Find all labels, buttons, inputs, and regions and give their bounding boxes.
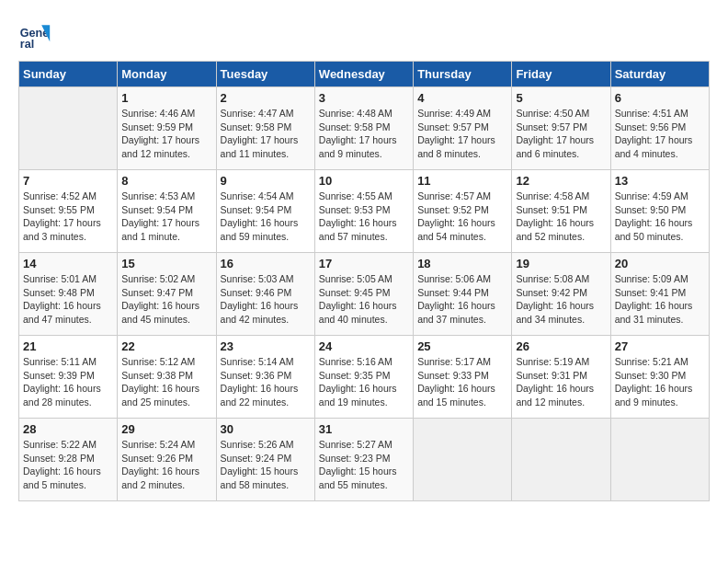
day-info: Sunrise: 5:03 AM Sunset: 9:46 PM Dayligh… (221, 272, 311, 327)
week-row-2: 7Sunrise: 4:52 AM Sunset: 9:55 PM Daylig… (19, 170, 710, 253)
day-number: 6 (615, 91, 705, 105)
day-info: Sunrise: 4:46 AM Sunset: 9:59 PM Dayligh… (121, 107, 211, 161)
calendar-cell (19, 87, 118, 170)
calendar-cell: 7Sunrise: 4:52 AM Sunset: 9:55 PM Daylig… (19, 170, 118, 253)
day-number: 7 (23, 174, 113, 188)
day-info: Sunrise: 4:51 AM Sunset: 9:56 PM Dayligh… (615, 107, 705, 161)
weekday-header-wednesday: Wednesday (314, 62, 413, 87)
calendar-cell: 14Sunrise: 5:01 AM Sunset: 9:48 PM Dayli… (19, 253, 118, 336)
weekday-header-thursday: Thursday (414, 62, 512, 87)
weekday-header-saturday: Saturday (610, 62, 709, 87)
day-info: Sunrise: 5:22 AM Sunset: 9:28 PM Dayligh… (23, 438, 113, 492)
calendar-cell: 22Sunrise: 5:12 AM Sunset: 9:38 PM Dayli… (118, 336, 216, 419)
day-info: Sunrise: 4:58 AM Sunset: 9:51 PM Dayligh… (516, 190, 606, 244)
day-number: 9 (221, 174, 311, 188)
calendar-cell (610, 419, 709, 501)
day-number: 1 (121, 91, 211, 105)
day-info: Sunrise: 5:06 AM Sunset: 9:44 PM Dayligh… (417, 272, 507, 327)
day-number: 31 (319, 422, 409, 436)
day-info: Sunrise: 5:17 AM Sunset: 9:33 PM Dayligh… (417, 355, 507, 409)
calendar-cell: 5Sunrise: 4:50 AM Sunset: 9:57 PM Daylig… (512, 87, 610, 170)
page-header: Gene ral (18, 18, 710, 52)
calendar-cell: 15Sunrise: 5:02 AM Sunset: 9:47 PM Dayli… (118, 253, 216, 336)
day-number: 20 (615, 257, 705, 270)
day-info: Sunrise: 4:52 AM Sunset: 9:55 PM Dayligh… (23, 190, 113, 244)
day-number: 24 (319, 339, 409, 353)
day-number: 4 (417, 91, 507, 105)
day-info: Sunrise: 5:09 AM Sunset: 9:41 PM Dayligh… (615, 272, 705, 327)
day-number: 25 (417, 339, 507, 353)
day-info: Sunrise: 5:02 AM Sunset: 9:47 PM Dayligh… (121, 272, 211, 327)
day-info: Sunrise: 5:24 AM Sunset: 9:26 PM Dayligh… (121, 438, 211, 492)
calendar-cell: 11Sunrise: 4:57 AM Sunset: 9:52 PM Dayli… (414, 170, 512, 253)
day-info: Sunrise: 5:16 AM Sunset: 9:35 PM Dayligh… (319, 355, 409, 409)
day-info: Sunrise: 5:14 AM Sunset: 9:36 PM Dayligh… (221, 355, 311, 409)
day-number: 12 (516, 174, 606, 188)
day-number: 29 (121, 422, 211, 436)
calendar-cell: 28Sunrise: 5:22 AM Sunset: 9:28 PM Dayli… (19, 419, 118, 501)
day-info: Sunrise: 5:05 AM Sunset: 9:45 PM Dayligh… (319, 272, 409, 327)
day-number: 28 (23, 422, 113, 436)
calendar-cell: 27Sunrise: 5:21 AM Sunset: 9:30 PM Dayli… (610, 336, 709, 419)
day-info: Sunrise: 5:01 AM Sunset: 9:48 PM Dayligh… (23, 272, 113, 327)
week-row-5: 28Sunrise: 5:22 AM Sunset: 9:28 PM Dayli… (19, 419, 710, 501)
logo: Gene ral (18, 18, 55, 52)
day-info: Sunrise: 4:54 AM Sunset: 9:54 PM Dayligh… (221, 190, 311, 244)
calendar-cell: 26Sunrise: 5:19 AM Sunset: 9:31 PM Dayli… (512, 336, 610, 419)
calendar-cell: 4Sunrise: 4:49 AM Sunset: 9:57 PM Daylig… (414, 87, 512, 170)
day-number: 15 (121, 257, 211, 270)
day-number: 2 (221, 91, 311, 105)
calendar-cell: 6Sunrise: 4:51 AM Sunset: 9:56 PM Daylig… (610, 87, 709, 170)
day-info: Sunrise: 5:19 AM Sunset: 9:31 PM Dayligh… (516, 355, 606, 409)
calendar-cell: 20Sunrise: 5:09 AM Sunset: 9:41 PM Dayli… (610, 253, 709, 336)
day-info: Sunrise: 4:49 AM Sunset: 9:57 PM Dayligh… (417, 107, 507, 161)
day-number: 11 (417, 174, 507, 188)
calendar-cell: 10Sunrise: 4:55 AM Sunset: 9:53 PM Dayli… (314, 170, 413, 253)
calendar-cell: 19Sunrise: 5:08 AM Sunset: 9:42 PM Dayli… (512, 253, 610, 336)
day-info: Sunrise: 4:50 AM Sunset: 9:57 PM Dayligh… (516, 107, 606, 161)
day-number: 22 (121, 339, 211, 353)
weekday-header-monday: Monday (118, 62, 216, 87)
day-info: Sunrise: 5:08 AM Sunset: 9:42 PM Dayligh… (516, 272, 606, 327)
day-info: Sunrise: 4:59 AM Sunset: 9:50 PM Dayligh… (615, 190, 705, 244)
weekday-header-friday: Friday (512, 62, 610, 87)
day-info: Sunrise: 5:12 AM Sunset: 9:38 PM Dayligh… (121, 355, 211, 409)
calendar-cell: 24Sunrise: 5:16 AM Sunset: 9:35 PM Dayli… (314, 336, 413, 419)
weekday-header-row: SundayMondayTuesdayWednesdayThursdayFrid… (19, 62, 710, 87)
day-number: 21 (23, 339, 113, 353)
calendar-table: SundayMondayTuesdayWednesdayThursdayFrid… (18, 61, 710, 501)
day-number: 30 (221, 422, 311, 436)
calendar-cell: 3Sunrise: 4:48 AM Sunset: 9:58 PM Daylig… (314, 87, 413, 170)
week-row-4: 21Sunrise: 5:11 AM Sunset: 9:39 PM Dayli… (19, 336, 710, 419)
day-number: 14 (23, 257, 113, 270)
day-number: 8 (121, 174, 211, 188)
calendar-cell: 18Sunrise: 5:06 AM Sunset: 9:44 PM Dayli… (414, 253, 512, 336)
day-info: Sunrise: 5:21 AM Sunset: 9:30 PM Dayligh… (615, 355, 705, 409)
calendar-cell: 1Sunrise: 4:46 AM Sunset: 9:59 PM Daylig… (118, 87, 216, 170)
day-number: 17 (319, 257, 409, 270)
weekday-header-tuesday: Tuesday (216, 62, 314, 87)
day-info: Sunrise: 5:11 AM Sunset: 9:39 PM Dayligh… (23, 355, 113, 409)
calendar-cell: 29Sunrise: 5:24 AM Sunset: 9:26 PM Dayli… (118, 419, 216, 501)
day-number: 23 (221, 339, 311, 353)
logo-icon: Gene ral (18, 18, 51, 52)
svg-text:ral: ral (20, 38, 34, 51)
week-row-1: 1Sunrise: 4:46 AM Sunset: 9:59 PM Daylig… (19, 87, 710, 170)
calendar-cell: 30Sunrise: 5:26 AM Sunset: 9:24 PM Dayli… (216, 419, 314, 501)
calendar-cell: 9Sunrise: 4:54 AM Sunset: 9:54 PM Daylig… (216, 170, 314, 253)
day-info: Sunrise: 4:55 AM Sunset: 9:53 PM Dayligh… (319, 190, 409, 244)
day-number: 13 (615, 174, 705, 188)
calendar-cell: 21Sunrise: 5:11 AM Sunset: 9:39 PM Dayli… (19, 336, 118, 419)
calendar-cell (512, 419, 610, 501)
calendar-cell: 31Sunrise: 5:27 AM Sunset: 9:23 PM Dayli… (314, 419, 413, 501)
day-info: Sunrise: 4:47 AM Sunset: 9:58 PM Dayligh… (221, 107, 311, 161)
day-info: Sunrise: 5:27 AM Sunset: 9:23 PM Dayligh… (319, 438, 409, 492)
calendar-cell: 23Sunrise: 5:14 AM Sunset: 9:36 PM Dayli… (216, 336, 314, 419)
calendar-cell: 2Sunrise: 4:47 AM Sunset: 9:58 PM Daylig… (216, 87, 314, 170)
calendar-cell: 25Sunrise: 5:17 AM Sunset: 9:33 PM Dayli… (414, 336, 512, 419)
day-info: Sunrise: 4:53 AM Sunset: 9:54 PM Dayligh… (121, 190, 211, 244)
day-number: 3 (319, 91, 409, 105)
calendar-cell: 8Sunrise: 4:53 AM Sunset: 9:54 PM Daylig… (118, 170, 216, 253)
calendar-cell: 17Sunrise: 5:05 AM Sunset: 9:45 PM Dayli… (314, 253, 413, 336)
day-number: 26 (516, 339, 606, 353)
